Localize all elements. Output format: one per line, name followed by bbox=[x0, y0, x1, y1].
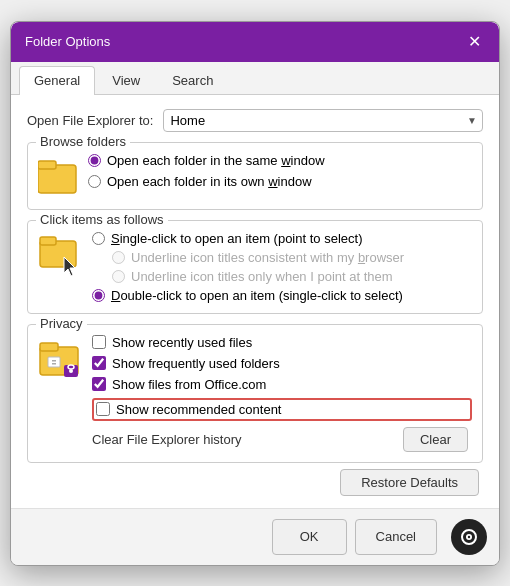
clear-history-label: Clear File Explorer history bbox=[92, 432, 242, 447]
svg-rect-7 bbox=[48, 357, 60, 367]
svg-rect-1 bbox=[38, 161, 56, 169]
cancel-button[interactable]: Cancel bbox=[355, 519, 437, 555]
privacy-checkboxes: Show recently used files Show frequently… bbox=[92, 333, 472, 421]
browse-folders-group: Browse folders Open each folder in the s… bbox=[27, 142, 483, 210]
restore-row: Restore Defaults bbox=[27, 469, 483, 496]
browse-folders-options: Open each folder in the same window Open… bbox=[88, 151, 325, 199]
svg-rect-3 bbox=[40, 237, 56, 245]
privacy-actions: Clear File Explorer history Clear bbox=[92, 427, 472, 452]
privacy-content: Show recently used files Show frequently… bbox=[38, 333, 472, 452]
privacy-frequently-used[interactable]: Show frequently used folders bbox=[92, 356, 472, 371]
tabs-container: General View Search bbox=[11, 62, 499, 95]
privacy-recommended-content-wrapper: Show recommended content bbox=[92, 398, 472, 421]
footer-buttons: OK Cancel bbox=[11, 508, 499, 565]
clear-button[interactable]: Clear bbox=[403, 427, 468, 452]
click-double[interactable]: Double-click to open an item (single-cli… bbox=[92, 288, 404, 303]
browse-folder-option-own[interactable]: Open each folder in its own window bbox=[88, 174, 325, 189]
main-content: Open File Explorer to: Home This PC Quic… bbox=[11, 95, 499, 508]
title-bar: Folder Options ✕ bbox=[11, 22, 499, 62]
click-items-label: Click items as follows bbox=[36, 212, 168, 227]
svg-rect-8 bbox=[52, 360, 56, 362]
tab-general[interactable]: General bbox=[19, 66, 95, 95]
folder-icon bbox=[38, 155, 78, 199]
privacy-clear-row: Clear File Explorer history Clear bbox=[92, 427, 472, 452]
click-underline-browser: Underline icon titles consistent with my… bbox=[92, 250, 404, 265]
svg-point-15 bbox=[468, 535, 470, 537]
ok-button[interactable]: OK bbox=[272, 519, 347, 555]
open-explorer-select[interactable]: Home This PC Quick Access bbox=[163, 109, 483, 132]
camera-icon bbox=[451, 519, 487, 555]
click-single[interactable]: Single-click to open an item (point to s… bbox=[92, 231, 404, 246]
tab-view[interactable]: View bbox=[97, 66, 155, 94]
restore-defaults-button[interactable]: Restore Defaults bbox=[340, 469, 479, 496]
browse-folder-option-same[interactable]: Open each folder in the same window bbox=[88, 153, 325, 168]
tab-search[interactable]: Search bbox=[157, 66, 228, 94]
click-icon bbox=[38, 229, 82, 281]
privacy-recently-used[interactable]: Show recently used files bbox=[92, 335, 472, 350]
folder-options-dialog: Folder Options ✕ General View Search Ope… bbox=[10, 21, 500, 566]
browse-folders-label: Browse folders bbox=[36, 134, 130, 149]
browse-folders-content: Open each folder in the same window Open… bbox=[38, 151, 472, 199]
svg-point-12 bbox=[69, 369, 73, 373]
click-items-group: Click items as follows Single-clic bbox=[27, 220, 483, 314]
svg-rect-9 bbox=[52, 363, 56, 365]
click-items-options: Single-click to open an item (point to s… bbox=[92, 229, 404, 303]
click-items-content: Single-click to open an item (point to s… bbox=[38, 229, 472, 303]
open-explorer-label: Open File Explorer to: bbox=[27, 113, 153, 128]
svg-rect-6 bbox=[40, 343, 58, 351]
privacy-recommended-content[interactable]: Show recommended content bbox=[96, 402, 281, 417]
click-underline-hover: Underline icon titles only when I point … bbox=[92, 269, 404, 284]
dialog-title: Folder Options bbox=[25, 34, 110, 49]
close-button[interactable]: ✕ bbox=[464, 32, 485, 52]
privacy-checkboxes-container: Show recently used files Show frequently… bbox=[92, 333, 472, 452]
privacy-label: Privacy bbox=[36, 316, 87, 331]
open-explorer-select-wrapper: Home This PC Quick Access ▼ bbox=[163, 109, 483, 132]
privacy-group: Privacy bbox=[27, 324, 483, 463]
open-explorer-row: Open File Explorer to: Home This PC Quic… bbox=[27, 109, 483, 132]
privacy-office-files[interactable]: Show files from Office.com bbox=[92, 377, 472, 392]
privacy-icon bbox=[38, 335, 82, 395]
